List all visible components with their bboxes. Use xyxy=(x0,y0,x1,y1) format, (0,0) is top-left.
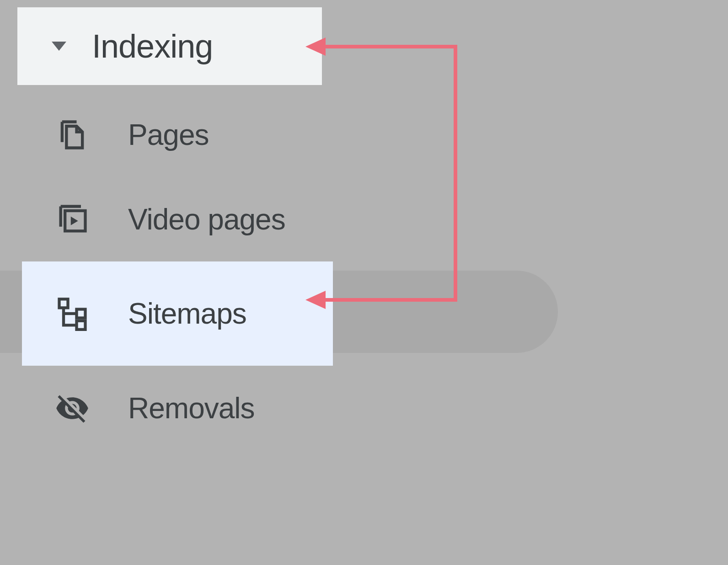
sidebar-nav: Indexing Pages Video pages xyxy=(0,0,728,450)
sidebar-item-video-pages[interactable]: Video pages xyxy=(0,177,728,261)
sidebar-item-sitemaps[interactable]: Sitemaps xyxy=(22,261,333,366)
nav-label-removals: Removals xyxy=(128,391,255,425)
section-title: Indexing xyxy=(92,27,213,65)
sidebar-item-sitemaps-wrapper: Sitemaps xyxy=(0,261,728,366)
section-header-indexing[interactable]: Indexing xyxy=(17,7,322,85)
sidebar-item-pages[interactable]: Pages xyxy=(0,92,728,177)
nav-label-pages: Pages xyxy=(128,118,209,152)
nav-label-video-pages: Video pages xyxy=(128,203,285,236)
chevron-down-icon xyxy=(52,42,66,51)
video-pages-icon xyxy=(55,202,90,237)
nav-label-sitemaps: Sitemaps xyxy=(128,297,246,330)
removals-icon xyxy=(55,391,90,426)
svg-rect-2 xyxy=(77,309,86,318)
pages-icon xyxy=(55,117,90,152)
svg-rect-1 xyxy=(59,299,68,308)
svg-rect-3 xyxy=(77,321,86,330)
sitemaps-icon xyxy=(55,296,90,331)
sidebar-item-removals[interactable]: Removals xyxy=(0,366,728,450)
